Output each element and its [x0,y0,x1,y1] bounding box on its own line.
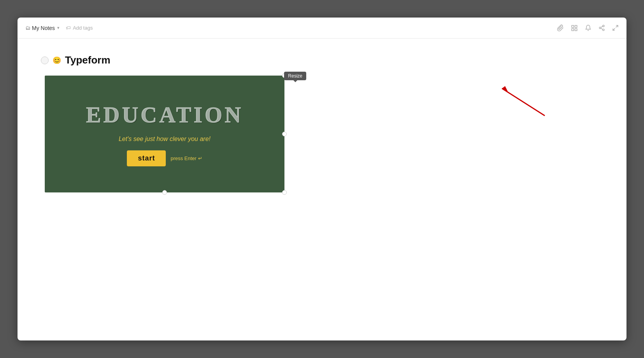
svg-line-11 [502,88,545,116]
svg-rect-1 [575,25,577,27]
resize-handle-bot-mid[interactable] [162,190,167,195]
tag-icon: 🏷 [66,25,71,31]
breadcrumb[interactable]: 🗂 My Notes ▾ [25,25,60,31]
svg-line-9 [616,25,618,27]
status-circle-icon [41,56,49,64]
embed-cta: start press Enter ↵ [127,150,202,166]
resize-button[interactable]: Resize [284,72,306,80]
annotation-arrow [479,81,549,120]
share-icon[interactable] [598,25,605,31]
toolbar: 🗂 My Notes ▾ 🏷 Add tags [18,18,626,39]
embed-subtitle: Let's see just how clever you are! [119,136,211,143]
add-tags-button[interactable]: 🏷 Add tags [66,25,93,31]
grid-view-icon[interactable] [571,25,578,32]
svg-line-10 [613,28,615,30]
attach-icon[interactable] [557,25,564,32]
svg-rect-0 [572,25,574,27]
svg-line-8 [601,26,603,28]
note-title: Typeform [65,54,111,66]
folder-icon: 🗂 [25,25,30,31]
svg-rect-3 [575,28,577,30]
resize-handle-bot-right[interactable] [282,190,287,195]
embed-title: EDUCATION [86,102,243,128]
toolbar-right [557,25,619,32]
toolbar-left: 🗂 My Notes ▾ 🏷 Add tags [25,25,93,31]
bell-icon[interactable] [585,25,591,31]
start-button[interactable]: start [127,150,166,166]
note-emoji: 😊 [53,56,61,65]
press-enter-label: press Enter ↵ [170,155,202,161]
svg-rect-2 [572,28,574,30]
svg-line-7 [601,28,603,30]
typeform-embed: EDUCATION Let's see just how clever you … [45,76,284,192]
resize-handle-mid-right[interactable] [282,132,287,136]
chevron-down-icon: ▾ [57,25,60,30]
add-tags-label: Add tags [73,25,93,31]
breadcrumb-label: My Notes [32,25,55,31]
svg-marker-12 [502,86,508,92]
note-title-row: 😊 Typeform [41,54,603,66]
app-window: 🗂 My Notes ▾ 🏷 Add tags [18,18,626,340]
fullscreen-icon[interactable] [612,25,619,31]
content-area: 😊 Typeform Resize EDUCATION Let's see ju… [18,39,626,340]
embed-wrapper: Resize EDUCATION Let's see just how clev… [45,76,284,192]
